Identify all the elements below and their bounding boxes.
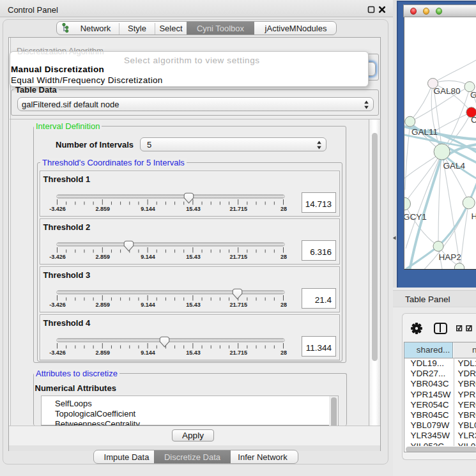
- svg-text:GA: GA: [470, 90, 476, 100]
- svg-text:C: C: [471, 115, 476, 125]
- svg-text:GAL11: GAL11: [411, 127, 438, 137]
- svg-text:GAL4: GAL4: [443, 161, 465, 171]
- svg-text:HAP2: HAP2: [438, 252, 461, 262]
- svg-text:GAL80: GAL80: [433, 86, 460, 96]
- svg-text:GCY1: GCY1: [404, 212, 427, 222]
- svg-text:H: H: [471, 211, 476, 221]
